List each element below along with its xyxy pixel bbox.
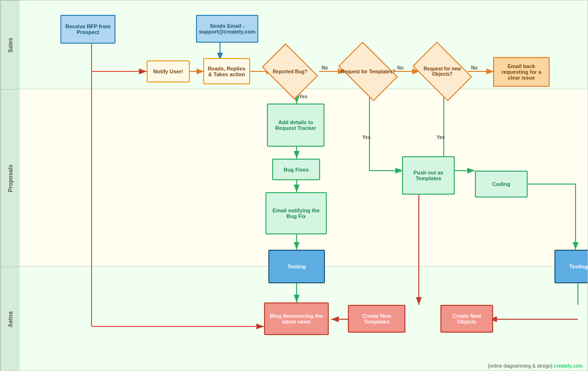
notify-user-shape: Notify User! (147, 60, 190, 82)
main-container: Sales Proposals Aetna (0, 0, 588, 371)
add-details-shape: Add details to Request Tracker (267, 104, 324, 147)
lane-label-sales: Sales (0, 0, 20, 89)
lane-label-proposals: Proposals (0, 89, 20, 267)
no-label-objects: No (471, 65, 477, 70)
email-notify-bug-shape: Email notifying the Bug Fix (265, 192, 327, 234)
yes-label-objects: Yes (437, 135, 445, 140)
testing1-shape: Testing (268, 250, 325, 283)
lane-label-aetna: Aetna (0, 267, 20, 371)
sends-email-shape: Sends Email - support@creately.com (196, 15, 258, 43)
coding-shape: Coding (475, 171, 528, 197)
reported-bug-diamond: Reported Bug? (264, 52, 316, 91)
yes-label-bug: Yes (299, 94, 307, 99)
creately-brand: creately.com (554, 363, 583, 369)
blog-announcing-shape: Blog Announcing the latest news (264, 302, 329, 335)
yes-label-templates: Yes (362, 135, 370, 140)
no-label-bug: No (322, 65, 328, 70)
reads-replies-shape: Reads, Replies & Takes action (203, 58, 250, 84)
canvas: Receive RFP from Prospect Sends Email - … (20, 0, 588, 371)
request-objects-diamond: Request for new Objects? (414, 52, 471, 91)
push-templates-shape: Push out as Templates (402, 156, 455, 195)
no-label-templates: No (397, 65, 404, 70)
footer: [online diagramming & design] creately.c… (488, 363, 583, 369)
email-back-shape: Email back requesting for a clear issue (493, 57, 550, 87)
create-objects-shape: Create New Objects (440, 305, 493, 333)
create-templates-shape: Create New Templates (348, 305, 405, 333)
receive-rfp-shape: Receive RFP from Prospect (60, 15, 115, 44)
testing2-shape: Testing (554, 250, 588, 283)
bug-fixes-shape: Bug Fixes (272, 159, 320, 180)
request-templates-diamond: Request for Templates? (340, 52, 396, 91)
